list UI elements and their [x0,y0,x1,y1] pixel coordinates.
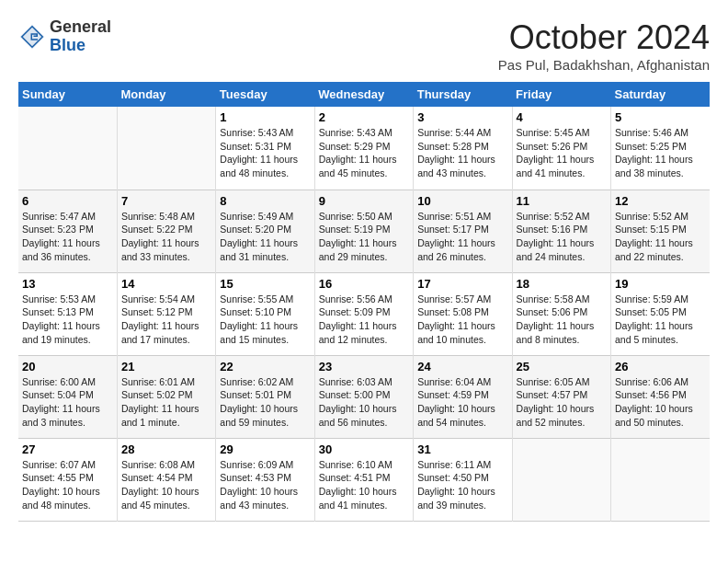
day-number: 23 [319,360,409,373]
month-title: October 2024 [498,18,710,57]
day-info: Sunrise: 5:56 AMSunset: 5:09 PMDaylight:… [319,293,409,347]
calendar-cell: 2Sunrise: 5:43 AMSunset: 5:29 PMDaylight… [314,107,413,190]
calendar-cell: 3Sunrise: 5:44 AMSunset: 5:28 PMDaylight… [414,107,512,190]
calendar-cell: 4Sunrise: 5:45 AMSunset: 5:26 PMDaylight… [512,107,610,190]
day-info: Sunrise: 5:45 AMSunset: 5:26 PMDaylight:… [517,126,607,180]
weekday-header-thursday: Thursday [414,82,512,107]
day-number: 10 [417,194,507,208]
day-number: 30 [319,442,409,456]
day-number: 13 [22,277,113,291]
calendar-cell: 31Sunrise: 6:11 AMSunset: 4:50 PMDayligh… [414,438,512,521]
day-info: Sunrise: 5:52 AMSunset: 5:16 PMDaylight:… [517,210,607,264]
calendar-cell: 9Sunrise: 5:50 AMSunset: 5:19 PMDaylight… [314,190,413,272]
weekday-header-tuesday: Tuesday [216,82,314,107]
day-info: Sunrise: 6:07 AMSunset: 4:55 PMDaylight:… [22,458,113,512]
day-info: Sunrise: 6:00 AMSunset: 5:04 PMDaylight:… [22,375,113,430]
calendar-cell: 25Sunrise: 6:05 AMSunset: 4:57 PMDayligh… [512,355,610,438]
calendar-cell: 11Sunrise: 5:52 AMSunset: 5:16 PMDayligh… [512,190,610,272]
day-number: 26 [615,360,706,373]
location: Pas Pul, Badakhshan, Afghanistan [498,57,710,73]
day-info: Sunrise: 6:02 AMSunset: 5:01 PMDaylight:… [220,375,310,430]
day-number: 16 [319,277,409,291]
calendar-cell: 13Sunrise: 5:53 AMSunset: 5:13 PMDayligh… [18,272,117,355]
day-info: Sunrise: 5:51 AMSunset: 5:17 PMDaylight:… [417,210,507,264]
day-number: 27 [22,442,113,456]
day-info: Sunrise: 6:05 AMSunset: 4:57 PMDaylight:… [517,375,607,430]
weekday-header-monday: Monday [117,82,215,107]
calendar-cell: 14Sunrise: 5:54 AMSunset: 5:12 PMDayligh… [117,272,215,355]
day-info: Sunrise: 5:55 AMSunset: 5:10 PMDaylight:… [220,293,310,347]
calendar-week-row: 6Sunrise: 5:47 AMSunset: 5:23 PMDaylight… [18,190,710,272]
logo: General Blue [18,18,111,55]
day-info: Sunrise: 5:46 AMSunset: 5:25 PMDaylight:… [615,126,706,180]
calendar-cell [117,107,215,190]
weekday-header-row: SundayMondayTuesdayWednesdayThursdayFrid… [18,82,710,107]
calendar-cell: 29Sunrise: 6:09 AMSunset: 4:53 PMDayligh… [216,438,314,521]
calendar-cell: 22Sunrise: 6:02 AMSunset: 5:01 PMDayligh… [216,355,314,438]
calendar-cell: 30Sunrise: 6:10 AMSunset: 4:51 PMDayligh… [314,438,413,521]
day-number: 19 [615,277,706,291]
day-number: 21 [121,360,211,373]
weekday-header-saturday: Saturday [611,82,710,107]
day-number: 25 [517,360,607,373]
day-info: Sunrise: 5:52 AMSunset: 5:15 PMDaylight:… [615,210,706,264]
day-number: 18 [517,277,607,291]
day-number: 4 [517,110,607,124]
day-info: Sunrise: 5:58 AMSunset: 5:06 PMDaylight:… [517,293,607,347]
day-info: Sunrise: 6:11 AMSunset: 4:50 PMDaylight:… [417,458,507,512]
page-header: General Blue October 2024 Pas Pul, Badak… [18,18,710,73]
day-info: Sunrise: 6:06 AMSunset: 4:56 PMDaylight:… [615,375,706,430]
calendar-cell: 7Sunrise: 5:48 AMSunset: 5:22 PMDaylight… [117,190,215,272]
day-number: 29 [220,442,310,456]
day-info: Sunrise: 5:57 AMSunset: 5:08 PMDaylight:… [417,293,507,347]
calendar-week-row: 1Sunrise: 5:43 AMSunset: 5:31 PMDaylight… [18,107,710,190]
calendar-cell: 12Sunrise: 5:52 AMSunset: 5:15 PMDayligh… [611,190,710,272]
calendar-cell: 26Sunrise: 6:06 AMSunset: 4:56 PMDayligh… [611,355,710,438]
calendar-week-row: 13Sunrise: 5:53 AMSunset: 5:13 PMDayligh… [18,272,710,355]
day-number: 5 [615,110,706,124]
logo-general: General [50,18,111,37]
weekday-header-friday: Friday [512,82,610,107]
day-info: Sunrise: 5:43 AMSunset: 5:29 PMDaylight:… [319,126,409,180]
day-number: 2 [319,110,409,124]
calendar-cell: 18Sunrise: 5:58 AMSunset: 5:06 PMDayligh… [512,272,610,355]
day-number: 14 [121,277,211,291]
day-number: 22 [220,360,310,373]
day-number: 31 [417,442,507,456]
day-number: 12 [615,194,706,208]
calendar-week-row: 20Sunrise: 6:00 AMSunset: 5:04 PMDayligh… [18,355,710,438]
calendar-cell: 27Sunrise: 6:07 AMSunset: 4:55 PMDayligh… [18,438,117,521]
day-info: Sunrise: 5:48 AMSunset: 5:22 PMDaylight:… [121,210,211,264]
day-number: 15 [220,277,310,291]
logo-blue: Blue [50,37,111,55]
calendar-cell: 16Sunrise: 5:56 AMSunset: 5:09 PMDayligh… [314,272,413,355]
day-number: 3 [417,110,507,124]
day-number: 17 [417,277,507,291]
calendar-cell: 8Sunrise: 5:49 AMSunset: 5:20 PMDaylight… [216,190,314,272]
day-number: 11 [517,194,607,208]
calendar-cell [611,438,710,521]
day-info: Sunrise: 5:59 AMSunset: 5:05 PMDaylight:… [615,293,706,347]
calendar-week-row: 27Sunrise: 6:07 AMSunset: 4:55 PMDayligh… [18,438,710,521]
day-info: Sunrise: 6:04 AMSunset: 4:59 PMDaylight:… [417,375,507,430]
calendar-cell: 28Sunrise: 6:08 AMSunset: 4:54 PMDayligh… [117,438,215,521]
calendar-cell: 6Sunrise: 5:47 AMSunset: 5:23 PMDaylight… [18,190,117,272]
calendar-cell [512,438,610,521]
day-info: Sunrise: 5:53 AMSunset: 5:13 PMDaylight:… [22,293,113,347]
day-info: Sunrise: 5:43 AMSunset: 5:31 PMDaylight:… [220,126,310,180]
calendar-cell: 10Sunrise: 5:51 AMSunset: 5:17 PMDayligh… [414,190,512,272]
day-info: Sunrise: 5:50 AMSunset: 5:19 PMDaylight:… [319,210,409,264]
day-info: Sunrise: 6:08 AMSunset: 4:54 PMDaylight:… [121,458,211,512]
calendar-cell: 20Sunrise: 6:00 AMSunset: 5:04 PMDayligh… [18,355,117,438]
day-info: Sunrise: 5:49 AMSunset: 5:20 PMDaylight:… [220,210,310,264]
calendar-cell: 15Sunrise: 5:55 AMSunset: 5:10 PMDayligh… [216,272,314,355]
title-block: October 2024 Pas Pul, Badakhshan, Afghan… [498,18,710,73]
day-info: Sunrise: 6:10 AMSunset: 4:51 PMDaylight:… [319,458,409,512]
calendar-table: SundayMondayTuesdayWednesdayThursdayFrid… [18,82,710,522]
calendar-cell: 17Sunrise: 5:57 AMSunset: 5:08 PMDayligh… [414,272,512,355]
calendar-cell: 5Sunrise: 5:46 AMSunset: 5:25 PMDaylight… [611,107,710,190]
day-number: 9 [319,194,409,208]
day-number: 20 [22,360,113,373]
day-number: 6 [22,194,113,208]
calendar-cell: 1Sunrise: 5:43 AMSunset: 5:31 PMDaylight… [216,107,314,190]
